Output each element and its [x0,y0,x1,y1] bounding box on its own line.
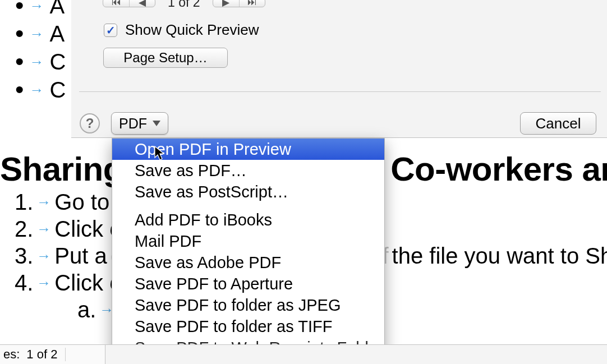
list-item: • → C [15,76,66,104]
tab-arrow-icon: → [29,76,44,104]
tab-arrow-icon: → [36,242,51,269]
last-page-icon[interactable]: ⏭ [239,0,265,7]
list-number: 4. [15,269,33,296]
list-item-text: A [49,0,65,20]
status-bar: es: 1 of 2 [0,344,105,364]
menu-item-label: Save as PDF… [135,162,247,179]
next-page-icon[interactable]: ▶ [213,0,239,7]
prev-page-icon[interactable]: ◀ [129,0,155,7]
list-item: • → A [15,20,66,48]
list-number: a. [77,296,96,323]
menu-item-label: Add PDF to iBooks [135,211,272,229]
cancel-button[interactable]: Cancel [520,112,596,135]
page-nav-fwd-group[interactable]: ▶ ⏭ [213,0,265,7]
show-quick-preview-checkbox[interactable]: ✓ Show Quick Preview [104,21,259,39]
page-setup-button[interactable]: Page Setup… [103,48,228,68]
help-button[interactable]: ? [80,113,100,133]
page-indicator: 1 of 2 [168,0,200,10]
page-nav-back-group[interactable]: ⏮ ◀ [103,0,155,7]
tab-arrow-icon: → [29,48,44,76]
bullet-icon: • [15,20,24,48]
bullet-list: • → A • → A • → C • → C [15,0,66,104]
menu-item-save-pdf-folder-jpeg[interactable]: Save PDF to folder as JPEG [112,294,384,316]
first-page-icon[interactable]: ⏮ [103,0,129,7]
button-label: Page Setup… [123,50,207,66]
menu-item-save-pdf-aperture[interactable]: Save PDF to Aperture [112,273,384,294]
list-item-text: Put a [54,242,107,269]
page-nav: ⏮ ◀ 1 of 2 ▶ ⏭ [103,0,265,8]
tab-arrow-icon: → [36,269,51,296]
tab-arrow-icon: → [36,215,51,242]
menu-item-save-adobe-pdf[interactable]: Save as Adobe PDF [112,252,384,273]
separator [65,348,66,361]
button-label: PDF [119,116,147,132]
print-dialog: ⏮ ◀ 1 of 2 ▶ ⏭ ✓ Show Quick Preview Page… [71,0,607,138]
status-bar-right [105,344,607,364]
menu-item-save-pdf-folder-tiff[interactable]: Save PDF to folder as TIFF [112,316,384,337]
separator [79,91,601,92]
heading-text: Co-workers an [390,150,607,188]
menu-item-label: Save as PostScript… [135,183,288,201]
list-item-text: C [49,76,66,104]
chevron-down-icon [153,121,160,126]
tab-arrow-icon: → [29,20,44,48]
list-item-text: A [49,20,65,48]
menu-item-label: Save PDF to Aperture [135,275,293,293]
list-item: • → C [15,48,66,76]
list-item-text: C [49,48,66,76]
menu-item-save-as-pdf[interactable]: Save as PDF… [112,160,384,181]
list-number: 2. [15,215,33,242]
checkbox-label: Show Quick Preview [125,21,259,39]
question-mark-icon: ? [86,116,94,131]
list-item: • → A [15,0,66,20]
menu-item-label: Save as Adobe PDF [135,254,281,271]
list-item-text: the file you want to Sha [392,242,607,269]
bullet-icon: • [15,76,24,104]
menu-item-save-as-postscript[interactable]: Save as PostScript… [112,181,384,202]
menu-item-mail-pdf[interactable]: Mail PDF [112,231,384,252]
list-number: 3. [15,242,33,269]
menu-item-add-pdf-ibooks[interactable]: Add PDF to iBooks [112,209,384,231]
menu-item-label: Save PDF to folder as TIFF [135,317,332,335]
menu-item-label: Open PDF in Preview [135,140,291,158]
menu-item-open-pdf-preview[interactable]: Open PDF in Preview [112,139,384,160]
heading-text: Sharing [0,150,123,188]
tab-arrow-icon: → [29,0,44,20]
list-number: 1. [15,188,33,215]
checkbox-icon[interactable]: ✓ [104,24,117,37]
bullet-icon: • [15,48,24,76]
bullet-icon: • [15,0,24,20]
pdf-dropdown-button[interactable]: PDF [111,112,168,135]
menu-item-label: Save PDF to folder as JPEG [135,296,341,314]
pdf-dropdown-menu[interactable]: Open PDF in Preview Save as PDF… Save as… [112,138,385,360]
tab-arrow-icon: → [36,188,51,215]
menu-item-label: Mail PDF [135,232,201,250]
button-label: Cancel [536,115,581,132]
checkmark-icon: ✓ [106,25,116,36]
status-pages: 1 of 2 [26,347,57,362]
status-label: es: [3,347,20,362]
list-item-text: Go to [54,188,109,215]
